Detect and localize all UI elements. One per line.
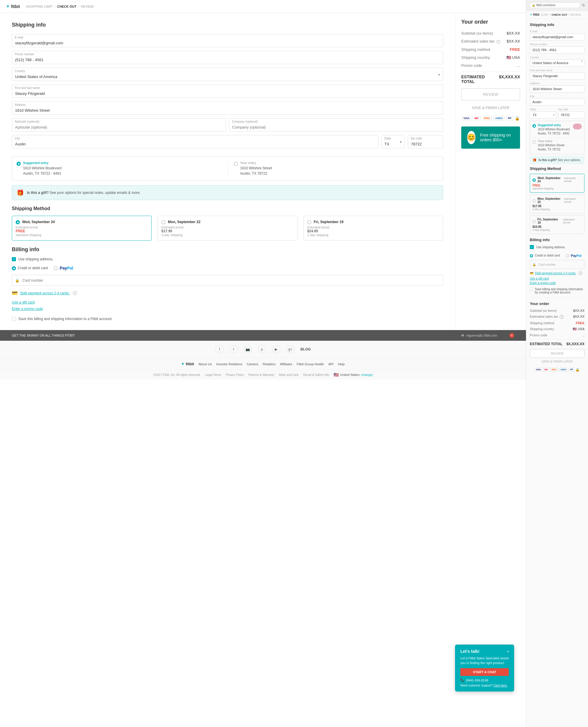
city-input[interactable] <box>12 135 378 148</box>
chat-chevron-icon[interactable]: ▾ <box>507 650 509 653</box>
footer-group-health-link[interactable]: Fitbit Group Health <box>297 362 324 366</box>
sidebar-review-link[interactable]: REVIEW <box>571 13 581 16</box>
blog-link[interactable]: BLOG <box>300 347 311 351</box>
sidebar-paypal-option[interactable]: PayPal <box>566 253 582 257</box>
sidebar-credit-radio[interactable] <box>530 254 533 257</box>
sidebar-country-select[interactable]: United States of America <box>530 59 585 66</box>
footer-about-link[interactable]: About Us <box>198 362 212 366</box>
save-account-row[interactable]: Save this billing and shipping informati… <box>12 317 443 321</box>
country-selector[interactable]: 🇺🇸 United States (change) <box>334 372 373 377</box>
instagram-icon[interactable]: 📷 <box>244 345 252 353</box>
footer-api-link[interactable]: API <box>328 362 334 366</box>
paypal-radio[interactable] <box>54 266 58 270</box>
fitbit-logo[interactable]: ✦ fitbit <box>6 3 20 9</box>
address-input[interactable] <box>12 101 443 115</box>
sidebar-save-checkbox[interactable] <box>530 288 533 291</box>
footer-retailers-link[interactable]: Retailers <box>263 362 275 366</box>
name-input[interactable] <box>12 84 443 98</box>
twitter-icon[interactable]: t <box>230 345 238 353</box>
split-info-icon[interactable]: ? <box>73 291 77 295</box>
country-select[interactable]: United States of America <box>12 68 443 81</box>
paypal-option[interactable]: PayPal <box>54 266 73 270</box>
footer-affiliates-link[interactable]: Affiliates <box>280 362 292 366</box>
recall-safety-link[interactable]: Recall & Safety Info <box>303 373 329 376</box>
tax-info-icon[interactable]: ? <box>497 40 500 44</box>
country-change-link[interactable]: (change) <box>361 373 373 376</box>
sidebar-ship-option-0[interactable]: Wed, September 24 estimated arrival FREE… <box>530 174 585 193</box>
gift-card-link[interactable]: Use a gift card <box>12 300 443 305</box>
newsletter-close-button[interactable]: ✕ <box>509 333 514 338</box>
sidebar-save-later-button[interactable]: SAVE & FINISH LATER <box>530 358 585 365</box>
newsletter-email-input[interactable] <box>466 334 507 337</box>
sidebar-your-entry-option[interactable]: Your entry 1610 Wilshire Street Austin, … <box>532 140 582 152</box>
your-entry-option[interactable]: Your entry 1610 Wilshire Street Austin, … <box>234 161 439 176</box>
promo-code-link[interactable]: Enter a promo code <box>12 307 443 311</box>
pinterest-icon[interactable]: p <box>258 345 266 353</box>
sidebar-paypal-radio[interactable] <box>566 254 569 257</box>
sidebar-card-wrapper[interactable]: 🔒 Card number <box>530 260 585 269</box>
sidebar-use-shipping-row[interactable]: Use shipping address. <box>530 245 585 249</box>
breadcrumb-cart[interactable]: SHOPPING CART <box>26 5 52 8</box>
privacy-policy-link[interactable]: Privacy Policy <box>226 373 244 376</box>
sidebar-ship-radio-1[interactable] <box>532 199 536 203</box>
suggested-entry-option[interactable]: Suggested entry 1610 Wilshire Boulevard … <box>17 161 222 176</box>
shipping-radio-1[interactable] <box>161 220 166 224</box>
facebook-icon[interactable]: f <box>215 345 224 353</box>
sidebar-promo-link[interactable]: Enter a promo code <box>530 281 585 285</box>
use-shipping-checkbox[interactable] <box>12 257 16 261</box>
shipping-option-2[interactable]: Fri, September 19 Estimated arrival $24.… <box>303 216 443 241</box>
sidebar-ship-radio-0[interactable] <box>532 179 536 182</box>
shipping-radio-2[interactable] <box>307 220 311 224</box>
returns-warranty-link[interactable]: Returns & Warranty <box>249 373 274 376</box>
your-entry-radio[interactable] <box>234 162 238 166</box>
sidebar-suggested-radio[interactable] <box>532 124 536 128</box>
save-finish-later-button[interactable]: SAVE & FINISH LATER <box>461 103 520 113</box>
sidebar-split-payment[interactable]: 💳 Split payment across 2-4 cards. ? <box>530 271 585 275</box>
credit-radio[interactable] <box>12 266 16 270</box>
sidebar-suggested-option[interactable]: Suggested entry 1610 Wilshire Boulevard … <box>532 124 582 136</box>
credit-card-option[interactable]: Credit or debit card <box>12 266 48 270</box>
sidebar-ship-radio-2[interactable] <box>532 220 536 223</box>
sidebar-review-button[interactable]: REVIEW <box>530 349 585 358</box>
youtube-icon[interactable]: ▶ <box>272 345 280 353</box>
review-button[interactable]: REVIEW <box>461 88 520 101</box>
sidebar-tax-info-icon[interactable]: ? <box>560 315 564 319</box>
footer-fitbit-logo[interactable]: ✦ fitbit <box>181 362 194 366</box>
browser-url-bar[interactable]: 🔒 fitbit.com/store <box>529 2 580 8</box>
legal-terms-link[interactable]: Legal Terms <box>205 373 221 376</box>
suggested-entry-radio[interactable] <box>17 162 21 166</box>
sidebar-use-shipping-checkbox[interactable] <box>530 245 534 249</box>
sidebar-ship-option-1[interactable]: Mon, September 22 estimated arrival $17.… <box>530 194 585 213</box>
footer-careers-link[interactable]: Careers <box>247 362 258 366</box>
card-number-wrapper[interactable]: 🔒 <box>12 275 443 286</box>
card-number-input[interactable] <box>22 278 440 283</box>
sidebar-split-info-icon[interactable]: ? <box>579 271 582 275</box>
sidebar-ship-option-2[interactable]: Fri, September 19 estimated arrival $24.… <box>530 215 585 234</box>
sidebar-your-entry-radio[interactable] <box>532 140 536 144</box>
sidebar-save-row[interactable]: Save billing and shipping information by… <box>530 288 585 294</box>
shipping-option-0[interactable]: Wed, September 24 Estimated arrival FREE… <box>12 216 152 241</box>
shipping-radio-0[interactable] <box>16 220 20 224</box>
sidebar-cart-link[interactable]: CART <box>541 13 548 16</box>
sidebar-state-select[interactable]: TX <box>530 111 556 119</box>
save-account-checkbox[interactable] <box>12 317 16 321</box>
chat-support-link[interactable]: Click here. <box>493 684 507 687</box>
footer-investor-link[interactable]: Investor Relations <box>216 362 242 366</box>
sidebar-credit-option[interactable]: Credit or debit card <box>530 253 560 257</box>
use-shipping-checkbox-row[interactable]: Use shipping address. <box>12 257 443 261</box>
shipping-option-1[interactable]: Mon, September 22 Estimated arrival $17.… <box>158 216 297 241</box>
sidebar-gift-card-link[interactable]: Use a gift card <box>530 277 585 280</box>
sidebar-logo[interactable]: ✦ fitbit <box>530 13 540 16</box>
phone-input[interactable] <box>12 51 443 64</box>
company-input[interactable] <box>229 118 443 131</box>
start-chat-button[interactable]: START A CHAT <box>460 668 509 676</box>
sidebar-gift-banner[interactable]: 🎁 Is this a gift? See your options. <box>530 156 585 164</box>
footer-help-link[interactable]: Help <box>338 362 345 366</box>
googleplus-icon[interactable]: g+ <box>286 345 295 353</box>
apt-input[interactable] <box>12 118 226 131</box>
breadcrumb-review[interactable]: REVIEW <box>81 5 94 8</box>
split-payment-row[interactable]: 💳 Split payment across 2-4 cards. ? <box>12 290 443 296</box>
wear-care-link[interactable]: Wear and Care <box>279 373 299 376</box>
browser-reload-button[interactable]: ↻ <box>582 3 585 7</box>
email-input[interactable] <box>12 34 443 47</box>
